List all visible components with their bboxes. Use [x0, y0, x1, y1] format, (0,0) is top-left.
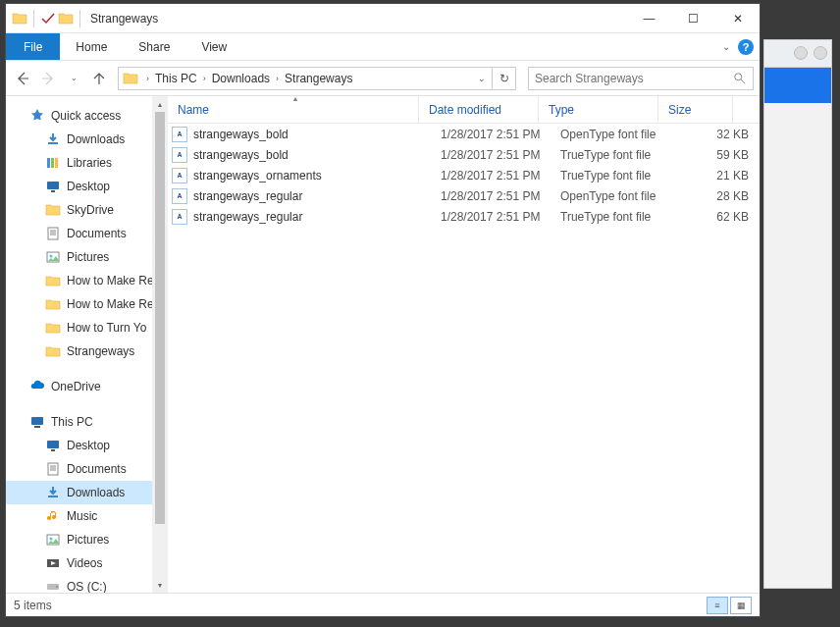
- chevron-right-icon[interactable]: ›: [142, 74, 153, 83]
- nav-recent-item[interactable]: How to Make Re: [6, 292, 168, 316]
- qat-folder-icon[interactable]: [58, 11, 74, 26]
- nav-pc-item[interactable]: Videos: [6, 551, 168, 575]
- status-count: 5 items: [14, 599, 52, 612]
- address-bar[interactable]: › This PC › Downloads › Strangeways ⌄ ↻: [118, 67, 516, 90]
- forward-button[interactable]: [37, 68, 59, 89]
- address-dropdown[interactable]: ⌄: [472, 74, 492, 83]
- crumb-this-pc[interactable]: This PC: [153, 72, 199, 85]
- file-row[interactable]: Astrangeways_bold1/28/2017 2:51 PMTrueTy…: [168, 144, 760, 165]
- search-icon[interactable]: [733, 72, 747, 85]
- svg-rect-4: [55, 158, 58, 168]
- music-icon: [45, 508, 61, 524]
- svg-rect-15: [48, 496, 58, 497]
- qat-save-icon[interactable]: [40, 11, 56, 26]
- nav-onedrive[interactable]: OneDrive: [6, 375, 168, 398]
- tab-home[interactable]: Home: [60, 33, 123, 60]
- tab-share[interactable]: Share: [123, 33, 185, 60]
- libraries-icon: [45, 155, 61, 171]
- download-icon: [45, 131, 61, 147]
- nav-pinned-item[interactable]: SkyDrive: [6, 198, 168, 222]
- ribbon: File Home Share View ⌄ ?: [6, 33, 760, 61]
- svg-rect-3: [51, 158, 54, 168]
- nav-pc-item[interactable]: Pictures: [6, 528, 168, 551]
- pictures-icon: [45, 249, 61, 265]
- file-name: strangeways_ornaments: [193, 169, 441, 183]
- file-size: 28 KB: [680, 189, 749, 203]
- svg-rect-7: [48, 228, 58, 239]
- nav-pinned-item[interactable]: Desktop: [6, 175, 168, 198]
- file-date: 1/28/2017 2:51 PM: [441, 128, 560, 141]
- window-title: Strangeways: [90, 12, 158, 26]
- nav-pinned-item[interactable]: Documents: [6, 222, 168, 245]
- videos-icon: [45, 555, 61, 571]
- nav-recent-item[interactable]: How to Turn Yo: [6, 316, 168, 340]
- file-size: 32 KB: [680, 128, 749, 141]
- back-button[interactable]: [12, 68, 33, 89]
- view-details-button[interactable]: ≡: [707, 597, 728, 614]
- nav-pc-item[interactable]: Documents: [6, 457, 168, 481]
- crumb-downloads[interactable]: Downloads: [210, 72, 272, 85]
- nav-pc-item[interactable]: Downloads: [6, 481, 168, 504]
- crumb-current[interactable]: Strangeways: [283, 72, 354, 85]
- close-button[interactable]: ✕: [715, 4, 760, 32]
- navigation-row: ⌄ › This PC › Downloads › Strangeways ⌄ …: [6, 61, 760, 96]
- file-type: TrueType font file: [560, 148, 680, 162]
- file-row[interactable]: Astrangeways_regular1/28/2017 2:51 PMOpe…: [168, 185, 760, 206]
- svg-rect-10: [31, 417, 43, 425]
- column-size[interactable]: Size: [658, 96, 733, 123]
- desktop-icon: [45, 179, 61, 194]
- folder-icon: [45, 273, 61, 288]
- file-area: Name Date modified Type Size Astrangeway…: [168, 96, 760, 593]
- file-list[interactable]: Astrangeways_bold1/28/2017 2:51 PMOpenTy…: [168, 124, 760, 593]
- search-input[interactable]: [535, 72, 733, 85]
- status-bar: 5 items ≡ ▦: [6, 593, 760, 616]
- drive-icon: [45, 579, 61, 593]
- nav-pinned-item[interactable]: Downloads: [6, 128, 168, 151]
- chevron-right-icon[interactable]: ›: [272, 74, 283, 83]
- column-name[interactable]: Name: [168, 96, 419, 123]
- titlebar[interactable]: Strangeways — ☐ ✕: [6, 4, 760, 33]
- nav-pinned-item[interactable]: Pictures: [6, 245, 168, 269]
- nav-scrollbar[interactable]: ▴▾: [152, 96, 168, 593]
- file-row[interactable]: Astrangeways_bold1/28/2017 2:51 PMOpenTy…: [168, 124, 760, 144]
- nav-recent-item[interactable]: Strangeways: [6, 340, 168, 363]
- file-date: 1/28/2017 2:51 PM: [441, 148, 560, 162]
- recent-dropdown[interactable]: ⌄: [63, 68, 84, 89]
- file-name: strangeways_bold: [193, 148, 441, 162]
- nav-pinned-item[interactable]: Libraries: [6, 151, 168, 175]
- folder-icon: [45, 320, 61, 336]
- column-type[interactable]: Type: [539, 96, 658, 123]
- nav-recent-item[interactable]: How to Make Re: [6, 269, 168, 292]
- chevron-right-icon[interactable]: ›: [199, 74, 210, 83]
- minimize-button[interactable]: —: [627, 4, 671, 32]
- help-icon[interactable]: ?: [738, 39, 754, 55]
- svg-point-20: [56, 586, 58, 588]
- folder-icon: [45, 343, 61, 359]
- file-row[interactable]: Astrangeways_regular1/28/2017 2:51 PMTru…: [168, 206, 760, 227]
- file-type: OpenType font file: [560, 189, 680, 203]
- ribbon-expand-icon[interactable]: ⌄: [722, 41, 730, 52]
- search-box[interactable]: [528, 67, 754, 90]
- font-file-icon: A: [172, 127, 187, 142]
- svg-rect-13: [51, 449, 55, 451]
- nav-this-pc[interactable]: This PC: [6, 410, 168, 434]
- up-button[interactable]: [88, 68, 110, 89]
- nav-pc-item[interactable]: OS (C:): [6, 575, 168, 593]
- nav-pc-item[interactable]: Desktop: [6, 434, 168, 457]
- file-date: 1/28/2017 2:51 PM: [441, 169, 560, 183]
- explorer-window: Strangeways — ☐ ✕ File Home Share View ⌄…: [5, 3, 761, 617]
- nav-quick-access[interactable]: Quick access: [6, 104, 168, 128]
- maximize-button[interactable]: ☐: [671, 4, 715, 32]
- pc-icon: [29, 414, 45, 430]
- nav-pc-item[interactable]: Music: [6, 504, 168, 528]
- refresh-button[interactable]: ↻: [492, 67, 515, 90]
- tab-view[interactable]: View: [185, 33, 242, 60]
- view-icons-button[interactable]: ▦: [730, 597, 752, 614]
- file-type: TrueType font file: [560, 169, 680, 183]
- svg-point-9: [50, 255, 53, 258]
- column-date[interactable]: Date modified: [419, 96, 539, 123]
- folder-icon: [123, 71, 138, 86]
- file-row[interactable]: Astrangeways_ornaments1/28/2017 2:51 PMT…: [168, 165, 760, 185]
- file-size: 59 KB: [680, 148, 749, 162]
- tab-file[interactable]: File: [6, 33, 60, 60]
